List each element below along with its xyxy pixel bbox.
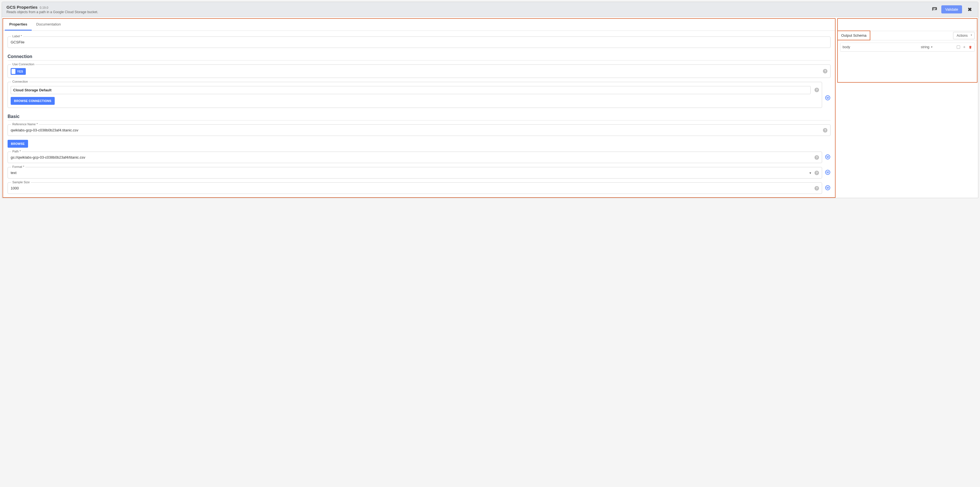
help-icon[interactable]: ? xyxy=(815,171,819,175)
help-icon[interactable]: ? xyxy=(815,186,819,190)
connection-input[interactable] xyxy=(11,86,811,94)
schema-field-type[interactable]: string xyxy=(921,45,929,49)
format-field: Format * ▼ ? xyxy=(8,167,822,179)
output-schema-panel: Output Schema Actions body string ▼ ＋ xyxy=(837,18,977,82)
schema-field-name[interactable]: body xyxy=(843,45,919,49)
help-icon[interactable]: ? xyxy=(815,88,819,92)
reference-name-input[interactable] xyxy=(11,127,821,133)
path-input[interactable] xyxy=(11,155,812,160)
chevron-down-icon: ▼ xyxy=(809,171,812,174)
section-basic: Basic xyxy=(8,114,830,121)
toggle-label: YES xyxy=(17,70,25,73)
output-schema-title: Output Schema xyxy=(837,30,870,40)
schema-actions-dropdown[interactable]: Actions xyxy=(953,32,975,39)
connection-field: Connection ? BROWSE CONNECTIONS xyxy=(8,82,822,108)
toggle-knob xyxy=(11,69,16,74)
schema-row: body string ▼ ＋ xyxy=(840,43,975,52)
reference-name-field: Reference Name * ? xyxy=(8,124,830,136)
modal-version: 0.19.0 xyxy=(40,6,49,9)
use-connection-field: Use Connection YES ? xyxy=(8,65,830,78)
macro-icon[interactable]: M xyxy=(825,185,830,190)
macro-icon[interactable]: M xyxy=(825,95,830,100)
path-field: Path * ? xyxy=(8,152,822,163)
section-connection: Connection xyxy=(8,54,830,60)
delete-field-icon[interactable] xyxy=(969,45,972,49)
tab-properties[interactable]: Properties xyxy=(5,19,32,30)
add-field-icon[interactable]: ＋ xyxy=(963,44,966,49)
help-icon[interactable]: ? xyxy=(823,128,827,133)
connection-legend: Connection xyxy=(11,80,29,83)
modal-header: GCS Properties 0.19.0 Reads objects from… xyxy=(2,2,978,17)
label-legend: Label * xyxy=(11,35,23,38)
properties-panel: Properties Documentation Label * Connect… xyxy=(3,18,835,198)
sample-size-legend: Sample Size xyxy=(11,181,31,184)
label-field: Label * xyxy=(8,36,830,48)
validate-button[interactable]: Validate xyxy=(941,5,962,13)
modal-title: GCS Properties xyxy=(6,5,38,10)
schema-nullable-checkbox[interactable] xyxy=(957,45,960,49)
browse-connections-button[interactable]: BROWSE CONNECTIONS xyxy=(11,97,55,105)
format-legend: Format * xyxy=(11,165,25,168)
help-icon[interactable]: ? xyxy=(815,155,819,160)
comment-icon[interactable] xyxy=(932,7,937,12)
tab-documentation[interactable]: Documentation xyxy=(32,19,65,30)
use-connection-toggle[interactable]: YES xyxy=(11,68,26,75)
properties-modal: GCS Properties 0.19.0 Reads objects from… xyxy=(2,2,978,198)
macro-icon[interactable]: M xyxy=(825,154,830,159)
close-icon[interactable]: ✖ xyxy=(966,6,974,13)
label-input[interactable] xyxy=(11,40,827,45)
path-legend: Path * xyxy=(11,150,22,153)
tabs: Properties Documentation xyxy=(3,19,835,31)
reference-name-legend: Reference Name * xyxy=(11,122,39,126)
browse-button[interactable]: BROWSE xyxy=(8,140,28,148)
use-connection-legend: Use Connection xyxy=(11,62,35,66)
format-select[interactable] xyxy=(11,170,805,175)
help-icon[interactable]: ? xyxy=(823,69,827,73)
sample-size-field: Sample Size ? xyxy=(8,182,822,194)
modal-subtitle: Reads objects from a path in a Google Cl… xyxy=(6,10,932,14)
sample-size-input[interactable] xyxy=(11,186,812,191)
chevron-down-icon[interactable]: ▼ xyxy=(931,46,933,49)
macro-icon[interactable]: M xyxy=(825,170,830,175)
